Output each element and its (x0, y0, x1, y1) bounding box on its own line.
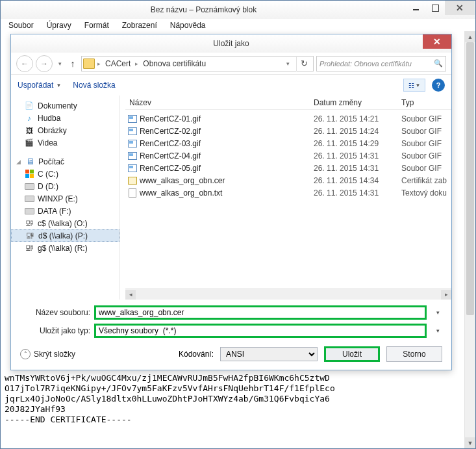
save-button[interactable]: Uložit (324, 346, 380, 362)
tree-computer[interactable]: ◢🖥Počítač (11, 155, 119, 168)
organize-label: Uspořádat (18, 81, 53, 90)
refresh-button[interactable]: ↻ (296, 56, 312, 71)
view-options-button[interactable]: ☷ ▼ (403, 79, 425, 92)
file-type: Soubor GIF (401, 114, 451, 123)
menu-edit[interactable]: Úpravy (44, 20, 74, 31)
column-name[interactable]: Název (125, 96, 314, 109)
file-icon (128, 164, 137, 172)
file-date: 26. 11. 2015 14:29 (314, 139, 401, 148)
organize-menu[interactable]: Uspořádat ▼ (18, 81, 61, 90)
scroll-right-icon[interactable]: ▸ (441, 290, 451, 300)
tree-network-g[interactable]: 🖳g$ (\\alka) (R:) (11, 242, 119, 254)
column-headers[interactable]: Název Datum změny Typ (125, 96, 451, 110)
filename-dropdown[interactable]: ▾ (431, 305, 442, 320)
filetype-dropdown[interactable]: ▾ (431, 324, 442, 338)
file-name: RenCertCZ-01.gif (140, 114, 314, 123)
column-date[interactable]: Datum změny (314, 96, 401, 109)
new-folder-button[interactable]: Nová složka (73, 81, 115, 90)
file-date: 26. 11. 2015 14:34 (314, 176, 401, 185)
dialog-title: Uložit jako (11, 39, 451, 48)
file-row[interactable]: RenCertCZ-03.gif26. 11. 2015 14:29Soubor… (125, 137, 451, 149)
file-type: Soubor GIF (401, 139, 451, 148)
scroll-up-icon[interactable]: ▲ (465, 31, 475, 42)
dialog-titlebar: Uložit jako ✕ (11, 34, 451, 53)
notepad-titlebar: Bez názvu – Poznámkový blok (1, 1, 475, 19)
filetype-label: Uložit jako typ: (20, 326, 90, 335)
tree-music[interactable]: ♪Hudba (11, 112, 119, 124)
file-name: www_alkas_org_obn.txt (140, 188, 314, 198)
tree-network-c[interactable]: 🖳c$ (\\alka) (O:) (11, 217, 119, 229)
folder-tree[interactable]: 📄Dokumenty ♪Hudba 🖼Obrázky 🎬Videa ◢🖥Počí… (11, 96, 120, 300)
history-dropdown[interactable]: ▾ (55, 60, 64, 67)
search-input[interactable]: Prohledat: Obnova certifikátu 🔍 (316, 56, 446, 71)
file-row[interactable]: RenCertCZ-02.gif26. 11. 2015 14:24Soubor… (125, 125, 451, 137)
close-button[interactable] (445, 1, 475, 15)
save-dialog: Uložit jako ✕ ← → ▾ ↑ ▸ CACert ▸ Obnova … (10, 34, 452, 370)
scroll-thumb[interactable] (466, 42, 474, 315)
document-icon: 📄 (24, 101, 34, 110)
drive-icon (25, 183, 34, 190)
menu-help[interactable]: Nápověda (168, 20, 208, 31)
breadcrumb-item[interactable]: CACert (103, 58, 132, 70)
network-drive-icon: 🖳 (25, 231, 35, 240)
filename-label: Název souboru: (20, 308, 90, 317)
file-icon (128, 127, 137, 135)
column-type[interactable]: Typ (401, 96, 451, 109)
cancel-button[interactable]: Storno (386, 346, 442, 362)
back-button[interactable]: ← (16, 55, 33, 72)
notepad-scrollbar[interactable]: ▲ ▼ (464, 31, 475, 448)
scroll-left-icon[interactable]: ◂ (125, 290, 136, 300)
file-name: RenCertCZ-02.gif (140, 127, 314, 136)
search-placeholder: Prohledat: Obnova certifikátu (319, 60, 412, 68)
network-drive-icon: 🖳 (24, 244, 34, 253)
tree-drive-c[interactable]: C (C:) (11, 168, 119, 180)
file-type: Textový doku (401, 188, 451, 198)
tree-drive-data[interactable]: DATA (F:) (11, 205, 119, 217)
folder-icon (83, 58, 95, 69)
file-row[interactable]: RenCertCZ-05.gif26. 11. 2015 14:31Soubor… (125, 162, 451, 174)
tree-drive-d[interactable]: D (D:) (11, 180, 119, 192)
file-name: RenCertCZ-04.gif (140, 151, 314, 160)
file-row[interactable]: RenCertCZ-04.gif26. 11. 2015 14:31Soubor… (125, 149, 451, 162)
file-icon (128, 177, 137, 185)
hide-folders-toggle[interactable]: ˄ Skrýt složky (20, 349, 75, 359)
tree-videos[interactable]: 🎬Videa (11, 136, 119, 149)
view-icon: ☷ (408, 82, 414, 89)
breadcrumb[interactable]: ▸ CACert ▸ Obnova certifikátu ▾ ↻ (81, 56, 314, 71)
horizontal-scrollbar[interactable]: ◂ ▸ (125, 289, 451, 300)
tree-network-d[interactable]: 🖳d$ (\\alka) (P:) (11, 229, 119, 242)
tree-documents[interactable]: 📄Dokumenty (11, 99, 119, 112)
forward-button[interactable]: → (36, 55, 53, 72)
file-icon (128, 140, 137, 148)
encoding-select[interactable]: ANSI (220, 347, 318, 361)
tree-drive-winxp[interactable]: WINXP (E:) (11, 192, 119, 205)
scroll-down-icon[interactable]: ▼ (465, 437, 475, 448)
file-date: 26. 11. 2015 14:31 (314, 151, 401, 160)
help-button[interactable]: ? (432, 79, 445, 92)
file-icon (129, 188, 136, 198)
music-icon: ♪ (24, 114, 34, 123)
file-row[interactable]: RenCertCZ-01.gif26. 11. 2015 14:21Soubor… (125, 112, 451, 125)
breadcrumb-item[interactable]: Obnova certifikátu (141, 58, 208, 70)
file-icon (128, 115, 137, 123)
notepad-text-area[interactable]: wnTMsYWRtoV6j+Pk/wuOGC4Mxu/zj1MECAWvRUJm… (1, 373, 464, 425)
filetype-select[interactable] (96, 326, 425, 336)
filename-input[interactable] (96, 307, 425, 318)
up-button[interactable]: ↑ (67, 58, 79, 70)
menu-file[interactable]: Soubor (6, 20, 36, 31)
minimize-button[interactable] (406, 1, 425, 15)
maximize-button[interactable] (425, 1, 445, 15)
file-row[interactable]: www_alkas_org_obn.cer26. 11. 2015 14:34C… (125, 174, 451, 186)
file-list[interactable]: RenCertCZ-01.gif26. 11. 2015 14:21Soubor… (125, 110, 451, 289)
chevron-down-icon[interactable]: ▾ (284, 60, 292, 67)
tree-pictures[interactable]: 🖼Obrázky (11, 124, 119, 136)
dialog-close-button[interactable]: ✕ (423, 34, 451, 49)
file-date: 26. 11. 2015 14:21 (314, 114, 401, 123)
new-folder-label: Nová složka (73, 81, 115, 90)
windows-icon (24, 170, 34, 179)
menu-format[interactable]: Formát (82, 20, 112, 31)
file-row[interactable]: www_alkas_org_obn.txt26. 11. 2015 14:31T… (125, 186, 451, 199)
collapse-icon: ˄ (20, 349, 31, 359)
expand-icon[interactable]: ◢ (16, 159, 21, 165)
menu-view[interactable]: Zobrazení (119, 20, 160, 31)
